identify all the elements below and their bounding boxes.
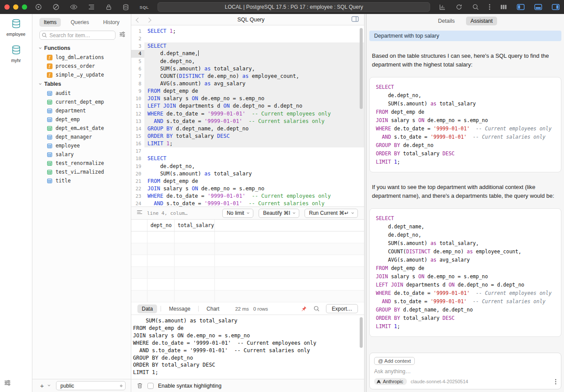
tree-section-tables[interactable]: Tables bbox=[32, 79, 131, 89]
editor-scrollbar[interactable] bbox=[360, 28, 363, 109]
sidebar-item-dept-manager[interactable]: dept_manager bbox=[32, 133, 131, 141]
editor-line[interactable]: 17 bbox=[131, 147, 364, 155]
connect-target-icon[interactable] bbox=[35, 4, 42, 10]
minimize-window-button[interactable] bbox=[13, 4, 18, 10]
sidebar-item-process-order[interactable]: process_order bbox=[32, 62, 131, 70]
editor-line[interactable]: 18SELECT bbox=[131, 155, 364, 162]
add-item-button[interactable] bbox=[39, 382, 46, 389]
refresh-icon[interactable] bbox=[455, 4, 462, 10]
editor-line[interactable]: 21FROM dept_emp de bbox=[131, 178, 364, 185]
editor-line[interactable]: 7 COUNT(DISTINCT de.emp_no) as employee_… bbox=[131, 73, 364, 80]
split-panel-icon[interactable] bbox=[351, 16, 359, 24]
database-icon[interactable] bbox=[123, 4, 129, 10]
editor-line[interactable]: 4 d.dept_name, bbox=[131, 50, 364, 57]
filter-sliders-icon[interactable] bbox=[119, 31, 126, 39]
add-item-chevron-icon[interactable] bbox=[48, 384, 50, 386]
editor-line[interactable]: 9FROM dept_emp de bbox=[131, 88, 364, 95]
sidebar-item-employee[interactable]: employee bbox=[32, 141, 131, 150]
tab-data[interactable]: Data bbox=[137, 304, 157, 313]
editor-line[interactable]: 11LEFT JOIN departments d ON de.dept_no … bbox=[131, 102, 364, 110]
connection-item-myhr[interactable]: myhr bbox=[0, 40, 32, 66]
toggle-right-panel-icon[interactable] bbox=[552, 4, 560, 10]
sidebar-item-salary[interactable]: salary bbox=[32, 150, 131, 159]
more-menu-icon[interactable] bbox=[489, 4, 490, 10]
editor-line[interactable]: 2 bbox=[131, 35, 364, 42]
beautify-button[interactable]: Beautify ⌘I bbox=[259, 209, 299, 218]
sidebar-item-audit[interactable]: audit bbox=[32, 89, 131, 98]
add-context-button[interactable]: @ Add context bbox=[374, 357, 415, 365]
tab-assistant[interactable]: Assistant bbox=[466, 17, 497, 25]
sidebar-item-title[interactable]: title bbox=[32, 176, 131, 185]
sidebar-item-dept-emp[interactable]: dept_emp bbox=[32, 115, 131, 124]
tab-details[interactable]: Details bbox=[434, 17, 459, 25]
assistant-input[interactable] bbox=[374, 368, 557, 374]
message-scrollbar[interactable] bbox=[360, 317, 363, 348]
limit-select[interactable]: No limit bbox=[222, 209, 253, 218]
zoom-window-button[interactable] bbox=[22, 4, 27, 10]
table-row[interactable] bbox=[131, 267, 364, 279]
search-icon[interactable] bbox=[472, 4, 479, 10]
sidebar-item-test-renormalize[interactable]: test_renormalize bbox=[32, 159, 131, 168]
syntax-highlighting-checkbox[interactable] bbox=[147, 383, 154, 389]
provider-select[interactable]: Anthropic bbox=[374, 378, 407, 385]
toggle-bottom-panel-icon[interactable] bbox=[534, 4, 542, 10]
sidebar-item-test-vi-rmalized[interactable]: test_vi…rmalized bbox=[32, 168, 131, 176]
table-row[interactable] bbox=[131, 231, 364, 243]
connection-title[interactable]: LOCAL | PostgreSQL 17.5 : PG 17 : employ… bbox=[158, 2, 430, 12]
editor-line[interactable]: 6 SUM(s.amount) as total_salary, bbox=[131, 65, 364, 73]
editor-line[interactable]: 13 AND s.to_date = '9999-01-01' -- Curre… bbox=[131, 118, 364, 125]
chart-icon[interactable] bbox=[439, 4, 446, 10]
column-header-total-salary[interactable]: total_salary bbox=[175, 220, 215, 231]
format-icon[interactable] bbox=[137, 209, 143, 217]
layout-columns-icon[interactable] bbox=[500, 4, 507, 10]
eye-icon[interactable] bbox=[70, 4, 77, 10]
editor-line[interactable]: 5 de.dept_no, bbox=[131, 58, 364, 65]
table-row[interactable] bbox=[131, 255, 364, 267]
table-row[interactable] bbox=[131, 290, 364, 302]
preferences-sliders-icon[interactable] bbox=[4, 379, 11, 388]
assistant-conversation-title[interactable]: Department with top salary bbox=[369, 31, 561, 41]
tab-chart[interactable]: Chart bbox=[202, 304, 224, 313]
schema-select[interactable]: public bbox=[56, 381, 126, 390]
tree-section-functions[interactable]: Functions bbox=[32, 43, 131, 53]
search-input[interactable] bbox=[39, 31, 116, 40]
pin-icon[interactable] bbox=[301, 305, 307, 312]
sidebar-item-log-dml-erations[interactable]: log_dml…erations bbox=[32, 53, 131, 62]
export-button[interactable]: Export… bbox=[326, 304, 358, 313]
structure-list-icon[interactable] bbox=[88, 4, 95, 10]
table-row[interactable] bbox=[131, 243, 364, 255]
composer-menu-icon[interactable] bbox=[555, 378, 557, 385]
editor-line[interactable]: 1SELECT 1; bbox=[131, 28, 364, 35]
back-button[interactable] bbox=[137, 16, 140, 24]
sidebar-item-dept-em-est-date[interactable]: dept_em…est_date bbox=[32, 124, 131, 133]
sidebar-item-simple-y-update[interactable]: simple_…y_update bbox=[32, 70, 131, 79]
forward-button[interactable] bbox=[147, 16, 151, 24]
disconnect-icon[interactable] bbox=[53, 4, 60, 10]
tab-message[interactable]: Message bbox=[165, 304, 195, 313]
sidebar-item-current-dept-emp[interactable]: current_dept_emp bbox=[32, 98, 131, 106]
run-current-button[interactable]: Run Current ⌘↵ bbox=[305, 209, 358, 218]
trash-icon[interactable] bbox=[137, 382, 143, 389]
editor-line[interactable]: 16LIMIT 1; bbox=[131, 140, 364, 147]
editor-line[interactable]: 20 SUM(s.amount) as total_salary bbox=[131, 170, 364, 178]
column-header-dept-no[interactable]: dept_no bbox=[147, 220, 175, 231]
editor-line[interactable]: 22JOIN salary s ON de.emp_no = s.emp_no bbox=[131, 185, 364, 192]
editor-line[interactable]: 14GROUP BY d.dept_name, de.dept_no bbox=[131, 125, 364, 133]
editor-line[interactable]: 19 de.dept_no, bbox=[131, 163, 364, 170]
sidebar-tab-items[interactable]: Items bbox=[39, 18, 61, 27]
editor-line[interactable]: 24 AND s.to_date = '9999-01-01' -- Curre… bbox=[131, 200, 364, 206]
table-row[interactable] bbox=[131, 279, 364, 290]
search-results-icon[interactable] bbox=[313, 305, 320, 312]
sidebar-tab-history[interactable]: History bbox=[99, 18, 124, 27]
editor-line[interactable]: 23WHERE de.to_date = '9999-01-01' -- Cur… bbox=[131, 192, 364, 200]
toggle-left-panel-icon[interactable] bbox=[517, 4, 525, 10]
lock-icon[interactable] bbox=[105, 4, 112, 10]
editor-line[interactable]: 15ORDER BY total_salary DESC bbox=[131, 133, 364, 140]
editor-line[interactable]: 12WHERE de.to_date = '9999-01-01' -- Cur… bbox=[131, 110, 364, 118]
close-window-button[interactable] bbox=[4, 4, 10, 10]
sidebar-tab-queries[interactable]: Queries bbox=[66, 18, 93, 27]
sql-editor[interactable]: 1SELECT 1;23SELECT4 d.dept_name,5 de.dep… bbox=[131, 25, 364, 206]
editor-line[interactable]: 8 AVG(s.amount) as avg_salary bbox=[131, 80, 364, 88]
editor-line[interactable]: 3SELECT bbox=[131, 42, 364, 50]
editor-line[interactable]: 10JOIN salary s ON de.emp_no = s.emp_no bbox=[131, 95, 364, 102]
